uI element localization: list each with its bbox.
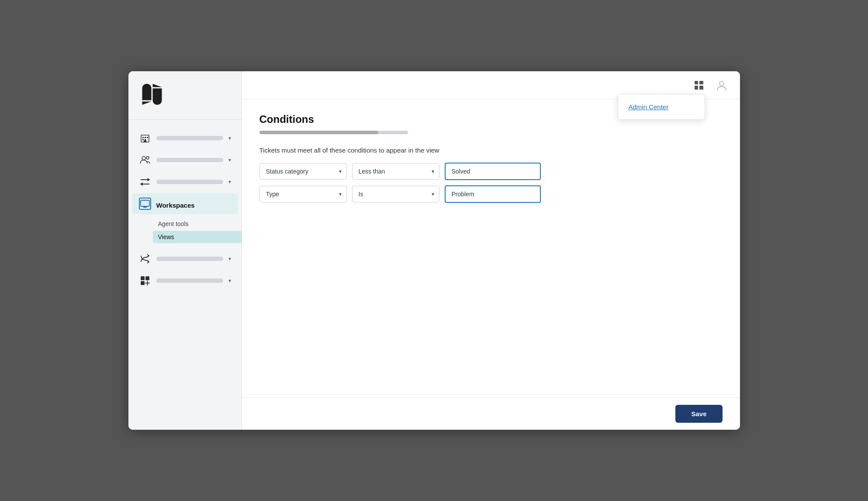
sidebar-navigation: ▾ ▾ ▾ [128,120,242,430]
sidebar-item-apps[interactable]: ▾ [132,270,238,291]
condition-row-1: Status category Type Priority Assignee ▾… [259,163,723,180]
svg-rect-4 [142,139,144,140]
svg-rect-11 [145,276,149,280]
operator-select-wrapper-1: Less than Is Is not Greater than ▾ [352,163,439,180]
workspaces-label: Workspaces [156,202,231,206]
sidebar-item-people[interactable]: ▾ [132,150,238,170]
field-select-wrapper-2: Type Status category Priority Assignee ▾ [259,186,347,202]
operator-select-wrapper-2: Is Is not Less than Greater than ▾ [352,186,439,202]
conditions-page: Conditions Tickets must meet all of thes… [242,99,740,397]
admin-center-dropdown: Admin Center [618,94,705,120]
workspaces-icon [139,198,151,210]
save-button[interactable]: Save [675,405,722,423]
channels-icon [139,176,151,188]
field-select-wrapper-1: Status category Type Priority Assignee ▾ [259,163,347,180]
admin-center-link[interactable]: Admin Center [618,98,705,116]
value-input-1[interactable] [445,163,541,180]
apps-grid-button[interactable] [691,77,707,93]
chevron-icon: ▾ [228,135,231,141]
condition-row-2: Type Status category Priority Assignee ▾… [259,185,723,203]
sidebar-item-buildings[interactable]: ▾ [132,128,238,149]
user-icon [716,79,728,91]
progress-bar [259,131,408,134]
field-select-1[interactable]: Status category Type Priority Assignee [259,163,347,180]
buildings-icon [139,132,151,144]
chevron-icon: ▾ [228,278,231,284]
svg-rect-2 [145,137,146,138]
operator-select-2[interactable]: Is Is not Less than Greater than [352,186,439,202]
svg-rect-1 [142,137,144,138]
workspaces-subnav: Agent tools Views [128,215,242,247]
progress-fill [259,131,378,134]
save-bar: Save [242,397,740,430]
svg-point-7 [142,157,145,160]
zendesk-logo [139,84,165,105]
topbar: Admin Center [242,71,740,99]
sidebar-item-routing[interactable]: ▾ [132,248,238,269]
people-icon [139,154,151,166]
logo-area [128,71,242,120]
routing-icon [139,253,151,265]
apps-icon [139,275,151,287]
svg-rect-5 [145,139,146,140]
chevron-icon: ▾ [228,179,231,185]
svg-point-8 [146,157,149,159]
svg-rect-6 [144,140,146,142]
svg-rect-9 [141,200,149,206]
sub-nav-views[interactable]: Views [153,231,242,243]
user-profile-button[interactable] [714,77,730,93]
sub-nav-agent-tools[interactable]: Agent tools [153,218,242,230]
operator-select-1[interactable]: Less than Is Is not Greater than [352,163,439,180]
chevron-icon: ▾ [228,157,231,163]
field-select-2[interactable]: Type Status category Priority Assignee [259,186,347,202]
sidebar-item-channels[interactable]: ▾ [132,171,238,192]
chevron-icon: ▾ [228,256,231,262]
sidebar-item-workspaces[interactable]: Workspaces [132,193,238,214]
sidebar: ▾ ▾ ▾ [128,71,242,430]
svg-rect-3 [147,137,148,138]
main-content: Admin Center Conditions Tickets must mee… [242,71,740,430]
conditions-description: Tickets must meet all of these condition… [259,146,723,154]
value-input-2[interactable] [445,185,541,203]
svg-rect-12 [141,281,145,285]
svg-rect-10 [141,276,145,280]
svg-point-13 [719,81,724,86]
